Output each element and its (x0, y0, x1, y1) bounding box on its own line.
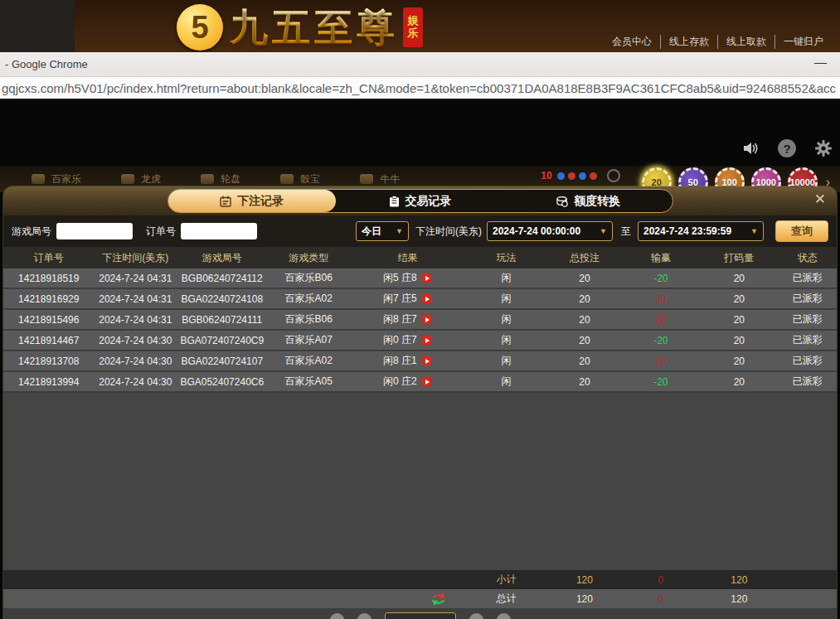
tab-bet-records[interactable]: 下注记录 (168, 190, 337, 212)
table-row[interactable]: 14218918519 2024-7-24 04:31 BGB062407241… (3, 268, 837, 289)
start-time-value: 2024-7-24 00:00:00 (493, 225, 580, 237)
replay-icon[interactable] (421, 314, 432, 325)
cell-status: 已派彩 (779, 289, 837, 308)
table-row[interactable]: 14218915496 2024-7-24 04:31 BGB062407241… (3, 310, 837, 331)
cell-win-loss: -20 (622, 331, 700, 350)
game-nav-item[interactable]: 龙虎 (121, 172, 161, 186)
cell-result: 闲0 庄2 (350, 372, 465, 391)
cell-total-bet: 20 (547, 331, 621, 350)
game-round-input[interactable] (56, 223, 133, 239)
game-nav-item[interactable]: 牛牛 (360, 172, 400, 186)
header-side-block (0, 0, 75, 52)
road-dot (568, 172, 575, 180)
table-header: 订单号 下注时间(美东) 游戏局号 游戏类型 结果 玩法 总投注 输赢 打码量 … (3, 247, 837, 268)
end-time-dropdown[interactable]: 2024-7-24 23:59:59 ▼ (638, 221, 764, 241)
total-turnover: 120 (700, 589, 778, 608)
cell-total-bet: 20 (547, 351, 621, 370)
order-no-input[interactable] (181, 223, 257, 239)
tab-credit-transfer[interactable]: 额度转换 (504, 190, 672, 212)
screen: 5 九五至尊 娱 乐 会员中心 线上存款 线上取款 一键归户 - Google … (0, 0, 840, 619)
coin-transfer-icon (556, 196, 568, 207)
game-icon (360, 174, 373, 184)
page-next-button[interactable] (469, 613, 483, 619)
chevron-down-icon: ▼ (396, 227, 403, 235)
tab-label: 下注记录 (237, 194, 284, 209)
cell-result: 闲8 庄1 (350, 351, 465, 370)
result-text: 闲0 庄7 (383, 333, 417, 347)
chrome-urlbar[interactable]: gqjcxs.com/h5V01/pc/index.html?return=ab… (0, 77, 840, 100)
magnifier-icon[interactable] (607, 169, 620, 182)
to-label: 至 (621, 225, 631, 239)
replay-icon[interactable] (421, 273, 432, 283)
game-nav-item[interactable]: 骰宝 (280, 172, 320, 186)
cell-round: BGA02240724107 (177, 351, 268, 370)
cell-result: 闲5 庄8 (350, 268, 465, 288)
replay-icon[interactable] (421, 355, 432, 366)
start-time-dropdown[interactable]: 2024-7-24 00:00:00 ▼ (487, 221, 613, 241)
replay-icon[interactable] (421, 376, 432, 387)
url-text[interactable]: gqjcxs.com/h5V01/pc/index.html?return=ab… (0, 81, 836, 95)
page-number-box[interactable] (385, 612, 456, 619)
table-row[interactable]: 14218913708 2024-7-24 04:30 BGA022407241… (3, 351, 837, 372)
cell-turnover: 20 (700, 372, 778, 391)
game-nav-label: 牛牛 (380, 172, 400, 186)
cell-time: 2024-7-24 04:30 (95, 372, 177, 391)
game-nav-label: 龙虎 (141, 172, 161, 186)
page-last-button[interactable] (497, 613, 511, 619)
header-nav-link[interactable]: 线上存款 (660, 35, 717, 49)
cell-order: 14218916929 (3, 289, 95, 308)
logo-tag-char1: 娱 (408, 15, 419, 27)
replay-icon[interactable] (421, 335, 432, 346)
minimize-button[interactable]: — (814, 55, 827, 69)
col-total-bet: 总投注 (547, 247, 621, 268)
logo-title: 九五至尊 (230, 8, 399, 46)
game-icon (280, 174, 294, 184)
window-title: - Google Chrome (5, 58, 88, 70)
game-nav-item[interactable]: 轮盘 (201, 172, 240, 186)
road-dot (557, 172, 565, 180)
order-no-label: 订单号 (146, 225, 176, 239)
total-row: 总计 120 0 120 (3, 589, 837, 608)
cell-play-type: 闲 (465, 331, 547, 350)
header-nav-link[interactable]: 会员中心 (604, 35, 660, 49)
chrome-titlebar: - Google Chrome — (0, 52, 840, 77)
end-time-value: 2024-7-24 23:59:59 (643, 225, 731, 237)
cell-total-bet: 20 (547, 268, 621, 288)
close-icon[interactable]: ✕ (814, 192, 826, 206)
page-prev-button[interactable] (357, 613, 371, 619)
page-first-button[interactable] (330, 613, 344, 619)
road-dot (579, 172, 586, 180)
gear-icon[interactable] (813, 138, 833, 158)
pagination-strip (3, 608, 837, 619)
speaker-icon[interactable] (740, 138, 760, 158)
cell-turnover: 20 (700, 268, 778, 288)
result-text: 闲8 庄7 (383, 312, 417, 326)
col-order: 订单号 (3, 247, 95, 268)
refresh-swap-icon[interactable] (432, 593, 445, 605)
quick-range-value: 今日 (362, 225, 381, 239)
game-nav-label: 轮盘 (221, 172, 240, 186)
help-icon[interactable]: ? (777, 138, 797, 158)
game-nav-item[interactable]: 百家乐 (32, 172, 81, 186)
col-result: 结果 (350, 247, 465, 268)
search-button[interactable]: 查询 (775, 220, 828, 242)
col-round: 游戏局号 (177, 247, 268, 268)
total-win: 0 (622, 589, 700, 608)
replay-icon[interactable] (421, 293, 432, 304)
tab-transactions[interactable]: 交易记录 (336, 190, 504, 212)
cell-game-type: 百家乐B06 (268, 268, 350, 288)
tab-pill: 下注记录 交易记录 (168, 189, 673, 213)
quick-range-dropdown[interactable]: 今日 ▼ (356, 221, 409, 241)
header-nav-link[interactable]: 一键归户 (774, 35, 832, 49)
road-count-badge: 10 (539, 170, 554, 181)
table-row[interactable]: 14218916929 2024-7-24 04:31 BGA022407241… (3, 289, 837, 310)
col-status: 状态 (779, 247, 837, 268)
cell-turnover: 20 (700, 351, 778, 370)
table-row[interactable]: 14218913994 2024-7-24 04:30 BGA052407240… (3, 372, 837, 393)
cell-game-type: 百家乐A07 (268, 331, 350, 350)
header-nav-link[interactable]: 线上取款 (717, 35, 774, 49)
pagination (330, 612, 511, 619)
cell-status: 已派彩 (779, 351, 837, 370)
cell-win-loss: 20 (622, 310, 700, 329)
table-row[interactable]: 14218914467 2024-7-24 04:30 BGA072407240… (3, 331, 837, 351)
